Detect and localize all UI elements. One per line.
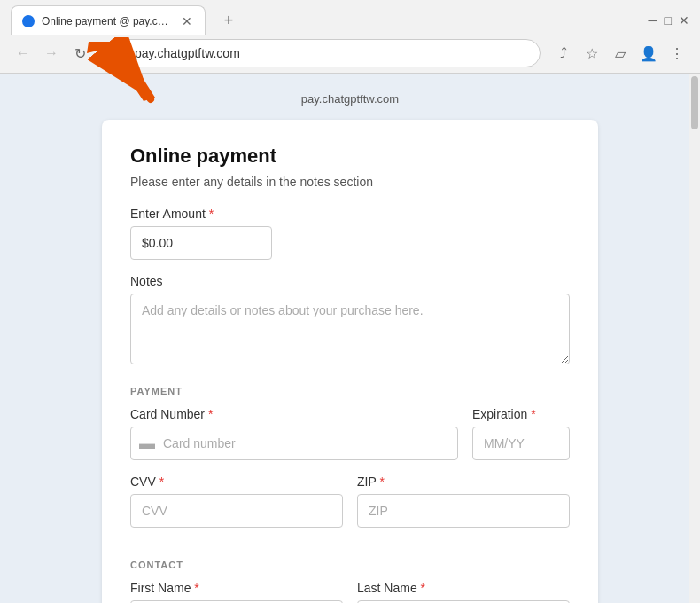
zip-label: ZIP *	[357, 474, 570, 489]
first-name-required: *	[191, 581, 198, 595]
title-bar: Online payment @ pay.chatgptftw ✕ + ─ □ …	[0, 0, 700, 34]
expiry-required: *	[527, 407, 535, 421]
bookmark-button[interactable]: ☆	[579, 41, 604, 66]
active-tab[interactable]: Online payment @ pay.chatgptftw ✕	[11, 5, 206, 35]
card-number-label: Card Number *	[130, 407, 458, 421]
url-bar[interactable]: 🔒 pay.chatgptftw.com	[103, 39, 541, 67]
card-expiry-row: Card Number * ▬ Expiration *	[130, 407, 570, 474]
tab-close-button[interactable]: ✕	[180, 14, 194, 28]
browser-chrome: Online payment @ pay.chatgptftw ✕ + ─ □ …	[0, 0, 700, 74]
card-required: *	[205, 407, 213, 421]
zip-required: *	[377, 474, 385, 489]
toolbar-actions: ⤴ ☆ ▱ 👤 ⋮	[551, 41, 689, 66]
contact-section-label: CONTACT	[130, 560, 570, 570]
close-window-button[interactable]: ✕	[679, 13, 689, 27]
back-button[interactable]: ←	[11, 41, 35, 66]
scrollbar-thumb[interactable]	[691, 76, 698, 129]
card-icon: ▬	[139, 435, 155, 453]
last-name-required: *	[417, 581, 425, 595]
reader-button[interactable]: ▱	[608, 41, 633, 66]
first-name-field-group: First Name *	[130, 581, 343, 603]
expiration-field-group: Expiration *	[472, 407, 570, 460]
zip-input[interactable]	[357, 494, 570, 528]
last-name-field-group: Last Name *	[357, 581, 570, 603]
share-button[interactable]: ⤴	[551, 41, 576, 66]
card-number-field-group: Card Number * ▬	[130, 407, 458, 460]
cvv-zip-row: CVV * ZIP *	[130, 474, 570, 542]
cvv-label: CVV *	[130, 474, 343, 489]
scrollbar[interactable]	[689, 74, 700, 603]
form-card: Online payment Please enter any details …	[102, 120, 598, 603]
name-row: First Name * Last Name *	[130, 581, 570, 603]
notes-field-group: Notes	[130, 274, 570, 368]
tab-favicon	[22, 15, 35, 27]
page-content: pay.chatgptftw.com Online payment Please…	[84, 74, 616, 603]
tab-title: Online payment @ pay.chatgptftw	[42, 15, 173, 27]
card-number-input[interactable]	[130, 427, 458, 460]
lock-icon: 🔒	[114, 47, 128, 59]
url-text: pay.chatgptftw.com	[135, 46, 529, 60]
amount-input[interactable]	[130, 226, 272, 260]
amount-field-group: Enter Amount *	[130, 207, 570, 260]
new-tab-button[interactable]: +	[216, 8, 241, 33]
reload-button[interactable]: ↻	[67, 41, 92, 66]
address-bar: ← → ↻ 🔒 pay.chatgptftw.com ⤴ ☆ ▱ 👤 ⋮	[0, 34, 700, 74]
first-name-label: First Name *	[130, 581, 343, 595]
cvv-field-group: CVV *	[130, 474, 343, 528]
amount-label: Enter Amount *	[130, 207, 570, 221]
last-name-label: Last Name *	[357, 581, 570, 595]
page-wrapper: 🔍 77 pay.chatgptftw.com Online payment P…	[0, 74, 700, 603]
page-subtitle: Please enter any details in the notes se…	[130, 175, 570, 189]
nav-buttons: ← → ↻	[11, 41, 92, 66]
card-input-wrapper: ▬	[130, 427, 458, 460]
cvv-input[interactable]	[130, 494, 343, 528]
menu-button[interactable]: ⋮	[665, 41, 689, 66]
amount-required: *	[206, 207, 214, 221]
page-title: Online payment	[130, 145, 570, 168]
maximize-button[interactable]: □	[665, 13, 672, 27]
expiration-input[interactable]	[472, 427, 570, 460]
notes-input[interactable]	[130, 294, 570, 364]
notes-label: Notes	[130, 274, 570, 288]
expiration-label: Expiration *	[472, 407, 570, 421]
site-header: pay.chatgptftw.com	[102, 92, 598, 106]
minimize-button[interactable]: ─	[649, 13, 657, 27]
cvv-required: *	[156, 474, 164, 489]
profile-button[interactable]: 👤	[636, 41, 661, 66]
zip-field-group: ZIP *	[357, 474, 570, 528]
forward-button[interactable]: →	[39, 41, 64, 66]
payment-section-label: PAYMENT	[130, 386, 570, 396]
